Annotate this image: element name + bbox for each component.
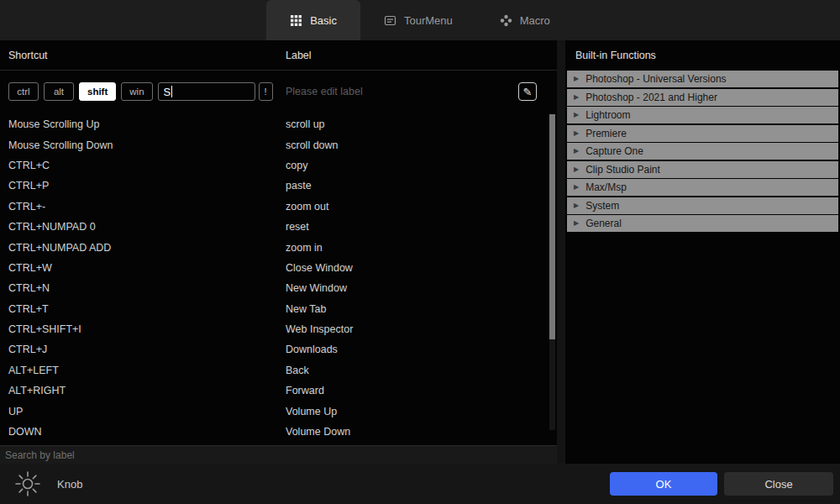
label-text: Back — [286, 365, 557, 376]
shortcut-key-input[interactable]: S — [158, 82, 255, 101]
shortcut-row[interactable]: CTRL+SHIFT+IWeb Inspector — [0, 319, 557, 339]
shortcut-text: CTRL+N — [8, 282, 286, 294]
label-text: New Window — [286, 282, 557, 294]
builtin-list: ▶Photoshop - Universal Versions▶Photosho… — [565, 71, 840, 234]
builtin-item[interactable]: ▶Max/Msp — [567, 179, 838, 196]
shortcut-row[interactable]: UPVolume Up — [0, 401, 557, 421]
tab-basic[interactable]: Basic — [266, 0, 360, 40]
shortcut-text: CTRL+NUMPAD 0 — [8, 221, 286, 233]
text-caret-icon — [171, 86, 172, 97]
builtin-functions-panel: Built-in Functions ▶Photoshop - Universa… — [565, 40, 840, 464]
label-text: scroll up — [286, 118, 557, 130]
label-text: Downloads — [286, 344, 557, 355]
shortcut-text: CTRL+T — [8, 303, 286, 315]
shortcut-text: ALT+RIGHT — [8, 385, 286, 396]
modifier-alt-button[interactable]: alt — [44, 82, 74, 101]
builtin-item[interactable]: ▶General — [567, 215, 838, 232]
search-input[interactable] — [0, 446, 557, 464]
builtin-item[interactable]: ▶Capture One — [567, 143, 838, 160]
left-panel-header: Shortcut Label — [0, 40, 557, 71]
shortcut-text: CTRL+C — [8, 160, 286, 171]
shortcut-editor-row: ctrl alt shift win S ! Please edit label… — [0, 71, 557, 113]
shortcut-row[interactable]: Mouse Scrolling Upscroll up — [0, 114, 557, 134]
shortcut-row[interactable]: ALT+RIGHTForward — [0, 381, 557, 401]
expand-arrow-icon: ▶ — [574, 130, 579, 137]
shortcut-list-area: Mouse Scrolling Upscroll upMouse Scrolli… — [0, 113, 557, 445]
shortcut-text: DOWN — [8, 426, 286, 438]
menu-panel-icon — [384, 14, 396, 27]
builtin-item[interactable]: ▶Premiere — [567, 125, 838, 142]
label-text: New Tab — [286, 303, 557, 315]
ok-button[interactable]: OK — [610, 472, 717, 496]
shortcut-row[interactable]: CTRL+NNew Window — [0, 278, 557, 298]
shortcut-list: Mouse Scrolling Upscroll upMouse Scrolli… — [0, 114, 557, 442]
builtin-item[interactable]: ▶Photoshop - 2021 and Higher — [567, 89, 838, 106]
knob-selector[interactable]: Knob — [13, 470, 82, 498]
shortcut-text: CTRL+SHIFT+I — [8, 323, 286, 335]
builtin-item[interactable]: ▶System — [567, 197, 838, 214]
tab-tourmenu-label: TourMenu — [404, 14, 453, 27]
scrollbar-thumb[interactable] — [549, 114, 555, 339]
clover-icon — [500, 14, 512, 27]
shortcut-text: Mouse Scrolling Up — [8, 118, 286, 130]
shortcut-column-header: Shortcut — [8, 50, 48, 61]
expand-arrow-icon: ▶ — [574, 148, 579, 155]
scrollbar-track[interactable] — [549, 114, 555, 430]
shortcut-text: CTRL+J — [8, 344, 286, 355]
tab-macro-label: Macro — [520, 14, 550, 27]
shortcut-row[interactable]: CTRL+NUMPAD 0reset — [0, 217, 557, 237]
edit-label-button[interactable]: ✎ — [518, 82, 537, 101]
label-edit-placeholder[interactable]: Please edit label — [286, 86, 363, 97]
expand-arrow-icon: ▶ — [574, 166, 579, 173]
shortcut-row[interactable]: ALT+LEFTBack — [0, 360, 557, 381]
builtin-item[interactable]: ▶Photoshop - Universal Versions — [567, 71, 838, 87]
label-text: Web Inspector — [286, 323, 557, 335]
builtin-item-label: Max/Msp — [585, 181, 627, 193]
label-text: paste — [286, 180, 557, 192]
main-content: Shortcut Label ctrl alt shift win S ! Pl… — [0, 40, 840, 464]
builtin-panel-header: Built-in Functions — [565, 40, 840, 71]
shortcut-row[interactable]: CTRL+TNew Tab — [0, 299, 557, 319]
builtin-item-label: Photoshop - Universal Versions — [585, 73, 726, 85]
builtin-item-label: Photoshop - 2021 and Higher — [585, 92, 717, 103]
close-button[interactable]: Close — [724, 472, 833, 496]
shortcut-row[interactable]: CTRL+Ppaste — [0, 176, 557, 196]
footer-bar: Knob OK Close — [0, 464, 840, 504]
shortcut-row[interactable]: Mouse Scrolling Downscroll down — [0, 134, 557, 155]
builtin-item[interactable]: ▶Lightroom — [567, 107, 838, 123]
shortcut-text: ALT+LEFT — [8, 365, 286, 376]
label-text: Volume Down — [286, 426, 557, 438]
modifier-ctrl-button[interactable]: ctrl — [8, 82, 39, 101]
builtin-item-label: Premiere — [585, 128, 627, 139]
builtin-panel-title: Built-in Functions — [575, 50, 656, 61]
tab-tourmenu[interactable]: TourMenu — [360, 0, 476, 40]
modifier-win-button[interactable]: win — [121, 82, 152, 101]
shortcut-hint-button[interactable]: ! — [259, 82, 273, 101]
label-text: copy — [286, 160, 557, 171]
knob-icon — [13, 470, 42, 498]
modifier-shift-button[interactable]: shift — [79, 82, 116, 101]
tab-macro[interactable]: Macro — [476, 0, 574, 40]
shortcut-text: UP — [8, 406, 286, 417]
builtin-item[interactable]: ▶Clip Studio Paint — [567, 161, 838, 178]
label-text: scroll down — [286, 139, 557, 151]
expand-arrow-icon: ▶ — [574, 184, 579, 191]
shortcut-row[interactable]: DOWNVolume Down — [0, 422, 557, 442]
shortcut-text: CTRL+- — [8, 201, 286, 213]
tab-basic-label: Basic — [310, 14, 337, 27]
shortcut-row[interactable]: CTRL+WClose Window — [0, 258, 557, 278]
tab-bar: Basic TourMenu Macro — [0, 0, 840, 40]
expand-arrow-icon: ▶ — [574, 112, 579, 118]
shortcut-row[interactable]: CTRL+NUMPAD ADDzoom in — [0, 237, 557, 257]
shortcut-row[interactable]: CTRL+Ccopy — [0, 155, 557, 176]
shortcut-row[interactable]: CTRL+-zoom out — [0, 197, 557, 217]
shortcut-text: CTRL+NUMPAD ADD — [8, 242, 286, 254]
builtin-item-label: Clip Studio Paint — [585, 164, 660, 176]
builtin-item-label: System — [585, 200, 619, 212]
label-text: reset — [286, 221, 557, 233]
pencil-icon: ✎ — [523, 86, 533, 98]
shortcut-row[interactable]: CTRL+JDownloads — [0, 339, 557, 360]
label-text: Close Window — [286, 262, 557, 274]
expand-arrow-icon: ▶ — [574, 76, 579, 82]
label-text: Volume Up — [286, 406, 557, 417]
